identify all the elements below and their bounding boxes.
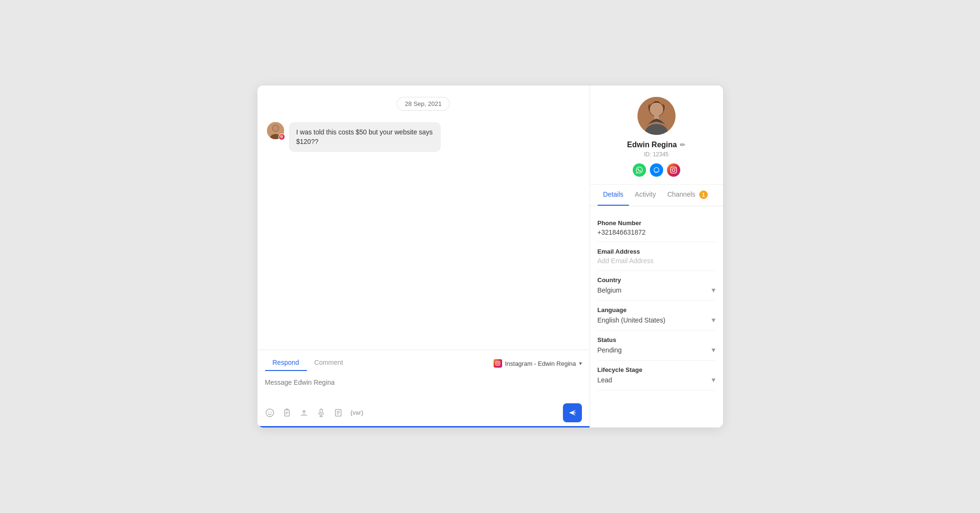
svg-point-9	[497, 362, 499, 364]
channels-badge: 1	[699, 190, 708, 199]
country-label: Country	[598, 276, 715, 284]
message-row: I was told this costs $50 but your websi…	[267, 122, 580, 152]
note-icon[interactable]	[333, 408, 343, 418]
main-container: 28 Sep, 2021	[257, 86, 723, 428]
tab-channels[interactable]: Channels 1	[662, 185, 714, 206]
field-email: Email Address Add Email Address	[598, 242, 715, 271]
svg-rect-8	[496, 361, 500, 366]
social-icons	[633, 163, 680, 177]
instagram-badge-icon	[278, 133, 285, 140]
whatsapp-icon[interactable]	[633, 163, 646, 177]
field-phone: Phone Number +321846631872	[598, 214, 715, 242]
chat-messages: 28 Sep, 2021	[257, 86, 590, 350]
tab-comment[interactable]: Comment	[307, 356, 351, 371]
upload-icon[interactable]	[299, 408, 309, 418]
svg-rect-14	[285, 410, 289, 416]
country-chevron-icon: ▾	[712, 285, 715, 294]
status-value: Pending	[598, 346, 622, 354]
compose-tab-group: Respond Comment	[265, 356, 351, 371]
profile-name: Edwin Regina ✏	[627, 141, 685, 149]
field-language: Language English (United States) ▾	[598, 301, 715, 331]
tab-respond[interactable]: Respond	[265, 356, 307, 371]
lifecycle-label: Lifecycle Stage	[598, 366, 715, 373]
svg-point-26	[650, 103, 663, 116]
lifecycle-chevron-icon: ▾	[712, 375, 715, 384]
channel-label: Instagram - Edwin Regina	[505, 360, 576, 367]
clipboard-icon[interactable]	[282, 408, 292, 418]
phone-label: Phone Number	[598, 219, 715, 227]
edit-icon[interactable]: ✏	[680, 141, 685, 149]
compose-bottom-bar	[257, 426, 590, 428]
lifecycle-value: Lead	[598, 376, 612, 384]
microphone-icon[interactable]	[316, 408, 326, 418]
tab-activity[interactable]: Activity	[629, 185, 661, 206]
date-badge: 28 Sep, 2021	[397, 97, 449, 111]
profile-avatar-inner	[637, 97, 676, 135]
language-label: Language	[598, 306, 715, 314]
compose-area: Respond Comment Instagram - Edwin Regina…	[257, 350, 590, 428]
user-avatar-wrap	[267, 122, 284, 139]
field-country: Country Belgium ▾	[598, 271, 715, 301]
message-bubble: I was told this costs $50 but your websi…	[289, 122, 441, 152]
compose-tabs: Respond Comment Instagram - Edwin Regina…	[265, 356, 582, 371]
status-label: Status	[598, 336, 715, 343]
svg-point-6	[281, 136, 282, 137]
country-select[interactable]: Belgium ▾	[598, 285, 715, 294]
channel-chevron-icon: ▾	[579, 360, 582, 367]
tab-details[interactable]: Details	[598, 185, 629, 206]
language-chevron-icon: ▾	[712, 315, 715, 324]
instagram-channel-icon	[494, 359, 502, 368]
email-value[interactable]: Add Email Address	[598, 257, 715, 265]
status-select[interactable]: Pending ▾	[598, 345, 715, 354]
right-panel: Edwin Regina ✏ ID: 12345	[590, 86, 723, 428]
svg-point-12	[268, 412, 269, 413]
country-value: Belgium	[598, 286, 622, 294]
svg-point-13	[270, 412, 271, 413]
compose-toolbar: {var}	[265, 403, 582, 422]
messenger-icon[interactable]	[650, 163, 663, 177]
svg-point-11	[266, 409, 274, 417]
field-status: Status Pending ▾	[598, 331, 715, 361]
svg-point-3	[273, 125, 278, 131]
svg-point-10	[499, 362, 499, 362]
chat-panel: 28 Sep, 2021	[257, 86, 590, 428]
profile-avatar	[637, 97, 676, 135]
send-button[interactable]	[563, 403, 582, 422]
email-label: Email Address	[598, 248, 715, 255]
emoji-icon[interactable]	[265, 408, 275, 418]
message-input[interactable]	[265, 377, 582, 399]
language-select[interactable]: English (United States) ▾	[598, 315, 715, 324]
panel-tabs: Details Activity Channels 1	[590, 185, 723, 206]
svg-rect-17	[320, 409, 322, 413]
details-section: Phone Number +321846631872 Email Address…	[590, 206, 723, 398]
language-value: English (United States)	[598, 316, 666, 324]
profile-id: ID: 12345	[644, 151, 668, 158]
lifecycle-select[interactable]: Lead ▾	[598, 375, 715, 384]
phone-value: +321846631872	[598, 228, 715, 236]
field-lifecycle: Lifecycle Stage Lead ▾	[598, 361, 715, 390]
profile-section: Edwin Regina ✏ ID: 12345	[590, 86, 723, 185]
variable-icon[interactable]: {var}	[351, 408, 363, 418]
toolbar-icons: {var}	[265, 408, 363, 418]
status-chevron-icon: ▾	[712, 345, 715, 354]
channel-selector[interactable]: Instagram - Edwin Regina ▾	[494, 359, 582, 368]
instagram-icon[interactable]	[667, 163, 680, 177]
svg-point-7	[282, 136, 283, 136]
